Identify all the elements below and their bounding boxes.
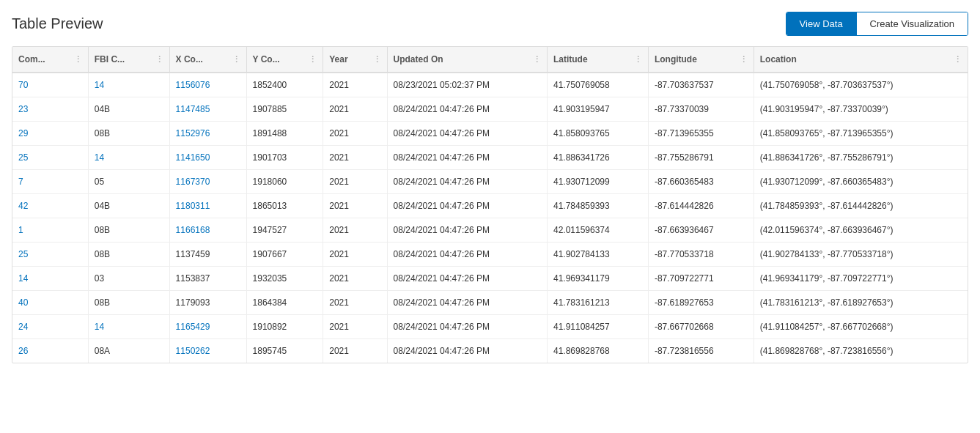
cell-xcoo: 1152976 — [169, 122, 246, 146]
cell-location: (41.783161213°, -87.618927653°) — [754, 291, 968, 315]
cell-xcoo: 1166168 — [169, 218, 246, 243]
table-row: 140311538371932035202108/24/2021 04:47:2… — [12, 267, 968, 291]
column-menu-icon-updated_on[interactable]: ⋮ — [533, 55, 541, 64]
column-menu-icon-year[interactable]: ⋮ — [373, 55, 381, 64]
cell-ycoo: 1852400 — [246, 73, 323, 97]
column-menu-icon-xcoo[interactable]: ⋮ — [232, 55, 240, 64]
column-label-year: Year — [329, 54, 347, 64]
xcoo-link[interactable]: 1166168 — [176, 225, 210, 235]
xcoo-link[interactable]: 1141650 — [176, 152, 210, 163]
cell-com: 26 — [12, 339, 88, 363]
com-link[interactable]: 7 — [18, 177, 23, 187]
column-menu-icon-latitude[interactable]: ⋮ — [634, 55, 642, 64]
header-row: Table Preview View Data Create Visualiza… — [12, 12, 968, 36]
cell-year: 2021 — [323, 291, 387, 315]
page-title: Table Preview — [12, 15, 103, 32]
com-link[interactable]: 24 — [18, 322, 28, 332]
com-link[interactable]: 1 — [18, 225, 23, 235]
cell-location: (41.930712099°, -87.660365483°) — [754, 170, 968, 194]
cell-longitude: -87.709722771 — [648, 267, 754, 291]
cell-year: 2021 — [323, 122, 387, 146]
cell-ycoo: 1932035 — [246, 267, 323, 291]
cell-xcoo: 1137459 — [169, 243, 246, 267]
cell-com: 29 — [12, 122, 88, 146]
com-link[interactable]: 26 — [18, 346, 28, 356]
column-header-latitude: Latitude⋮ — [547, 47, 648, 73]
xcoo-link[interactable]: 1150262 — [176, 346, 210, 356]
cell-ycoo: 1865013 — [246, 194, 323, 218]
column-header-longitude: Longitude⋮ — [648, 47, 754, 73]
com-link[interactable]: 14 — [18, 273, 28, 284]
cell-year: 2021 — [323, 315, 387, 339]
cell-fbi: 08A — [88, 339, 169, 363]
table-row: 241411654291910892202108/24/2021 04:47:2… — [12, 315, 968, 339]
cell-longitude: -87.770533718 — [648, 243, 754, 267]
com-link[interactable]: 70 — [18, 80, 28, 90]
table-row: 701411560761852400202108/23/2021 05:02:3… — [12, 73, 968, 97]
cell-longitude: -87.663936467 — [648, 218, 754, 243]
view-data-button[interactable]: View Data — [786, 12, 856, 35]
cell-latitude: 41.969341179 — [547, 267, 648, 291]
com-link[interactable]: 40 — [18, 297, 28, 308]
com-link[interactable]: 23 — [18, 104, 28, 114]
column-menu-icon-com[interactable]: ⋮ — [74, 55, 82, 64]
page-wrapper: Table Preview View Data Create Visualiza… — [0, 0, 980, 375]
cell-ycoo: 1891488 — [246, 122, 323, 146]
cell-xcoo: 1165429 — [169, 315, 246, 339]
cell-longitude: -87.703637537 — [648, 73, 754, 97]
com-link[interactable]: 42 — [18, 201, 28, 211]
cell-year: 2021 — [323, 218, 387, 243]
cell-ycoo: 1947527 — [246, 218, 323, 243]
column-menu-icon-fbi[interactable]: ⋮ — [155, 55, 163, 64]
table-row: 2908B11529761891488202108/24/2021 04:47:… — [12, 122, 968, 146]
cell-latitude: 41.869828768 — [547, 339, 648, 363]
xcoo-link[interactable]: 1167370 — [176, 177, 210, 187]
cell-xcoo: 1150262 — [169, 339, 246, 363]
xcoo-link[interactable]: 1147485 — [176, 104, 210, 114]
cell-fbi: 14 — [88, 315, 169, 339]
fbi-link[interactable]: 14 — [95, 152, 104, 163]
xcoo-link[interactable]: 1180311 — [176, 201, 210, 211]
cell-latitude: 41.784859393 — [547, 194, 648, 218]
cell-latitude: 42.011596374 — [547, 218, 648, 243]
column-label-com: Com... — [18, 54, 45, 64]
table-row: 108B11661681947527202108/24/2021 04:47:2… — [12, 218, 968, 243]
cell-fbi: 04B — [88, 97, 169, 122]
cell-updated_on: 08/24/2021 04:47:26 PM — [387, 218, 547, 243]
cell-updated_on: 08/24/2021 04:47:26 PM — [387, 267, 547, 291]
cell-latitude: 41.783161213 — [547, 291, 648, 315]
column-menu-icon-longitude[interactable]: ⋮ — [740, 55, 748, 64]
fbi-link[interactable]: 14 — [95, 80, 104, 90]
create-visualization-button[interactable]: Create Visualization — [856, 12, 968, 35]
fbi-link[interactable]: 14 — [95, 322, 104, 332]
column-header-com: Com...⋮ — [12, 47, 88, 73]
com-link[interactable]: 29 — [18, 128, 28, 138]
cell-latitude: 41.858093765 — [547, 122, 648, 146]
table-row: 251411416501901703202108/24/2021 04:47:2… — [12, 146, 968, 170]
xcoo-link[interactable]: 1156076 — [176, 80, 210, 90]
table-container: Com...⋮FBI C...⋮X Co...⋮Y Co...⋮Year⋮Upd… — [12, 46, 968, 363]
com-link[interactable]: 25 — [18, 249, 28, 259]
cell-fbi: 03 — [88, 267, 169, 291]
xcoo-link[interactable]: 1152976 — [176, 128, 210, 138]
column-menu-icon-ycoo[interactable]: ⋮ — [309, 55, 317, 64]
cell-location: (41.869828768°, -87.723816556°) — [754, 339, 968, 363]
column-header-year: Year⋮ — [323, 47, 387, 73]
cell-fbi: 08B — [88, 122, 169, 146]
column-menu-icon-location[interactable]: ⋮ — [954, 55, 962, 64]
cell-location: (41.858093765°, -87.713965355°) — [754, 122, 968, 146]
cell-com: 42 — [12, 194, 88, 218]
cell-longitude: -87.73370039 — [648, 97, 754, 122]
table-row: 2304B11474851907885202108/24/2021 04:47:… — [12, 97, 968, 122]
cell-longitude: -87.755286791 — [648, 146, 754, 170]
cell-longitude: -87.660365483 — [648, 170, 754, 194]
com-link[interactable]: 25 — [18, 152, 28, 163]
cell-ycoo: 1901703 — [246, 146, 323, 170]
xcoo-link[interactable]: 1165429 — [176, 322, 210, 332]
cell-updated_on: 08/24/2021 04:47:26 PM — [387, 146, 547, 170]
cell-fbi: 14 — [88, 73, 169, 97]
cell-xcoo: 1167370 — [169, 170, 246, 194]
cell-location: (42.011596374°, -87.663936467°) — [754, 218, 968, 243]
cell-com: 70 — [12, 73, 88, 97]
cell-xcoo: 1141650 — [169, 146, 246, 170]
